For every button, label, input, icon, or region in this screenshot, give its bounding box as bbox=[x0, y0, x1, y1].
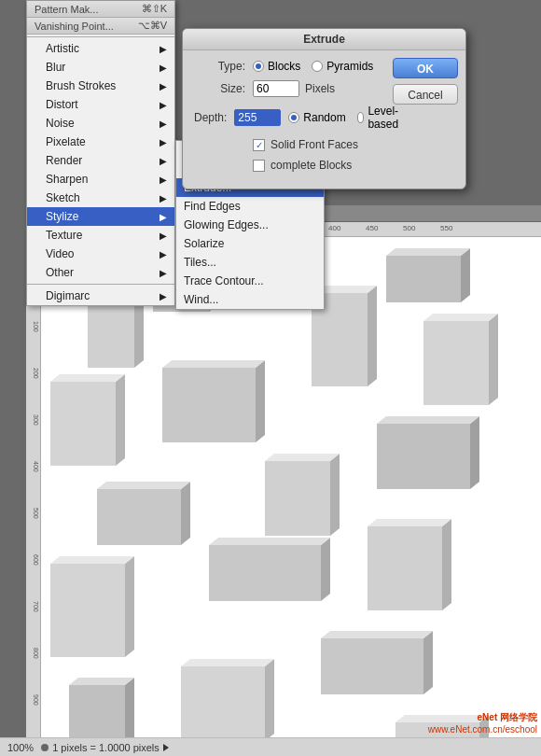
submenu-arrow: ▶ bbox=[160, 175, 167, 185]
menu-item-stylize[interactable]: Stylize ▶ bbox=[27, 207, 174, 226]
watermark: eNet 网络学院 www.eNet.com.cn/eschool bbox=[428, 711, 537, 735]
status-dot bbox=[41, 744, 49, 751]
dialog-depth-label: Depth: bbox=[194, 111, 227, 124]
submenu-arrow: ▶ bbox=[160, 137, 167, 147]
radio-blocks[interactable]: Blocks bbox=[253, 60, 300, 73]
svg-rect-52 bbox=[321, 638, 423, 694]
submenu-item-solarize[interactable]: Solarize bbox=[176, 234, 324, 253]
svg-marker-54 bbox=[321, 631, 433, 638]
submenu-arrow: ▶ bbox=[160, 81, 167, 91]
menu-item-video[interactable]: Video ▶ bbox=[27, 245, 174, 263]
radio-random-circle bbox=[288, 112, 299, 123]
dialog-depth-options: Random Level-based bbox=[288, 105, 402, 131]
extrude-dialog: Extrude Type: Blocks Pyramids Size: Pixe… bbox=[182, 28, 466, 189]
svg-marker-24 bbox=[386, 248, 470, 256]
svg-rect-28 bbox=[97, 489, 181, 545]
menu-item-render[interactable]: Render ▶ bbox=[27, 151, 174, 170]
menu-item-brush-strokes[interactable]: Brush Strokes ▶ bbox=[27, 77, 174, 95]
status-bar: 100% 1 pixels = 1.0000 pixels bbox=[0, 737, 541, 756]
svg-marker-17 bbox=[256, 360, 265, 442]
submenu-item-wind[interactable]: Wind... bbox=[176, 290, 324, 309]
svg-rect-43 bbox=[368, 526, 442, 610]
svg-rect-13 bbox=[50, 382, 116, 466]
svg-marker-36 bbox=[377, 416, 479, 424]
menu-header-pattern-shortcut: ⌘⇧K bbox=[142, 3, 167, 15]
dialog-depth-input[interactable] bbox=[234, 109, 281, 126]
checkbox-complete-blocks[interactable]: complete Blocks bbox=[253, 159, 352, 172]
menu-header-vanishing: Vanishing Point... ⌥⌘V bbox=[27, 18, 174, 35]
submenu-arrow: ▶ bbox=[160, 268, 167, 278]
svg-marker-23 bbox=[461, 248, 470, 302]
menu-item-digimarc[interactable]: Digimarc ▶ bbox=[27, 287, 174, 305]
submenu-arrow: ▶ bbox=[160, 193, 167, 203]
submenu-arrow: ▶ bbox=[160, 249, 167, 259]
submenu-item-glowing-edges[interactable]: Glowing Edges... bbox=[176, 216, 324, 234]
radio-random-label: Random bbox=[303, 111, 345, 124]
radio-pyramids[interactable]: Pyramids bbox=[312, 60, 373, 73]
status-info: 1 pixels = 1.0000 pixels bbox=[52, 742, 160, 753]
menu-item-blur[interactable]: Blur ▶ bbox=[27, 58, 174, 77]
ruler-left: 0 50 100 200 300 400 500 600 700 800 900 bbox=[26, 237, 41, 737]
checkbox-solid-front[interactable]: ✓ Solid Front Faces bbox=[253, 138, 358, 151]
submenu-arrow: ▶ bbox=[160, 231, 167, 241]
radio-blocks-label: Blocks bbox=[268, 60, 300, 73]
ok-button[interactable]: OK bbox=[393, 58, 458, 78]
submenu-arrow: ▶ bbox=[160, 63, 167, 73]
radio-level-based[interactable]: Level-based bbox=[357, 105, 403, 131]
dialog-size-row: Size: Pixels bbox=[194, 80, 381, 97]
dialog-type-options: Blocks Pyramids bbox=[253, 60, 373, 73]
dialog-buttons: OK Cancel bbox=[393, 58, 458, 105]
svg-marker-32 bbox=[330, 454, 340, 536]
checkbox-solid-front-box: ✓ bbox=[253, 139, 265, 151]
menu-item-artistic[interactable]: Artistic ▶ bbox=[27, 39, 174, 58]
menu-item-noise[interactable]: Noise ▶ bbox=[27, 114, 174, 133]
radio-random[interactable]: Random bbox=[288, 111, 345, 124]
svg-rect-37 bbox=[50, 564, 125, 657]
menu-item-other[interactable]: Other ▶ bbox=[27, 263, 174, 282]
submenu-arrow: ▶ bbox=[160, 119, 167, 129]
dialog-checkbox2-row: complete Blocks bbox=[194, 159, 381, 172]
dialog-size-input[interactable] bbox=[253, 80, 299, 97]
svg-rect-16 bbox=[162, 368, 256, 442]
checkbox-complete-blocks-label: complete Blocks bbox=[270, 159, 352, 172]
submenu-item-trace-contour[interactable]: Trace Contour... bbox=[176, 272, 324, 290]
dialog-size-label: Size: bbox=[194, 82, 245, 95]
svg-marker-51 bbox=[181, 659, 274, 666]
submenu-item-find-edges[interactable]: Find Edges bbox=[176, 197, 324, 216]
submenu-arrow: ▶ bbox=[160, 156, 167, 166]
menu-item-sharpen[interactable]: Sharpen ▶ bbox=[27, 170, 174, 189]
cancel-button[interactable]: Cancel bbox=[393, 84, 458, 105]
radio-pyramids-circle bbox=[312, 61, 323, 72]
dialog-body: Type: Blocks Pyramids Size: Pixels Depth… bbox=[183, 50, 465, 189]
svg-rect-49 bbox=[181, 666, 265, 737]
dialog-title: Extrude bbox=[183, 29, 465, 50]
menu-item-texture[interactable]: Texture ▶ bbox=[27, 226, 174, 245]
submenu-arrow: ▶ bbox=[160, 212, 167, 222]
menu-item-distort[interactable]: Distort ▶ bbox=[27, 95, 174, 114]
svg-marker-27 bbox=[423, 314, 498, 321]
svg-rect-46 bbox=[69, 685, 125, 737]
submenu-item-tiles[interactable]: Tiles... bbox=[176, 253, 324, 272]
canvas-svg bbox=[41, 237, 541, 737]
svg-marker-44 bbox=[442, 519, 451, 610]
checkbox-complete-blocks-box bbox=[253, 160, 265, 172]
submenu-arrow: ▶ bbox=[160, 291, 167, 301]
dialog-size-unit: Pixels bbox=[305, 82, 335, 95]
status-arrow-right bbox=[163, 744, 169, 751]
svg-marker-35 bbox=[470, 416, 479, 489]
menu-header-pattern: Pattern Mak... ⌘⇧K bbox=[27, 1, 174, 18]
svg-marker-15 bbox=[50, 374, 125, 382]
svg-rect-40 bbox=[209, 545, 321, 601]
svg-rect-31 bbox=[265, 461, 330, 536]
svg-marker-39 bbox=[50, 556, 134, 564]
menu-item-sketch[interactable]: Sketch ▶ bbox=[27, 189, 174, 207]
dialog-type-row: Type: Blocks Pyramids bbox=[194, 60, 381, 73]
svg-marker-30 bbox=[97, 482, 190, 489]
menu-item-pixelate[interactable]: Pixelate ▶ bbox=[27, 133, 174, 151]
svg-marker-29 bbox=[181, 482, 190, 545]
checkbox-solid-front-label: Solid Front Faces bbox=[270, 138, 358, 151]
menu-separator-top bbox=[27, 36, 174, 37]
dialog-type-label: Type: bbox=[194, 60, 245, 73]
svg-marker-48 bbox=[69, 678, 134, 685]
svg-marker-14 bbox=[116, 374, 125, 466]
